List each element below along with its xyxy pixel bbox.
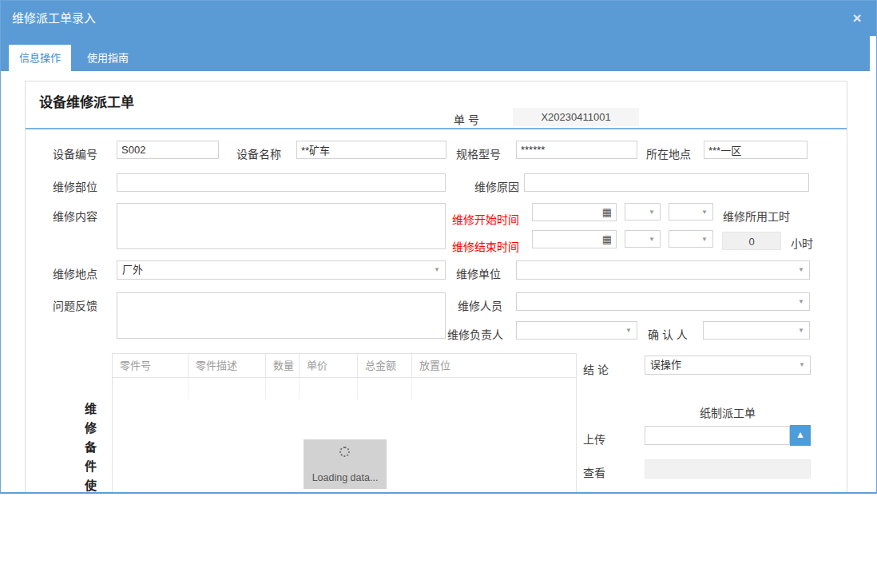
repair-unit-label: 维修单位 [456, 265, 501, 281]
repair-place-label: 维修地点 [53, 265, 97, 281]
work-hours-value: 0 [722, 232, 781, 250]
repair-reason-label: 维修原因 [474, 178, 519, 194]
col-unit-price: 单价 [300, 354, 358, 377]
calendar-icon: ▦ [602, 206, 612, 218]
feedback-textarea[interactable] [117, 292, 446, 339]
upload-button[interactable]: ▲ [790, 425, 811, 446]
form-panel: 设备维修派工单 单 号 X20230411001 设备编号 设备名称 规格型号 … [25, 81, 847, 494]
chevron-down-icon: ▼ [701, 209, 708, 216]
tab-strip: 信息操作 使用指南 [1, 36, 870, 71]
parts-table-header: 零件号 零件描述 数量 单价 总金额 放置位 [113, 354, 576, 378]
calendar-icon: ▦ [602, 233, 612, 245]
repair-part-input[interactable] [117, 173, 446, 192]
repair-manager-combo[interactable]: ▼ [516, 321, 637, 340]
loading-indicator: Loading data... [304, 439, 387, 489]
chevron-down-icon: ▼ [701, 236, 708, 243]
tab-user-guide[interactable]: 使用指南 [77, 45, 139, 71]
col-qty: 数量 [266, 354, 300, 377]
repair-unit-combo[interactable]: ▼ [516, 260, 810, 280]
end-time-label: 维修结束时间 [452, 238, 519, 254]
conclusion-label: 结 论 [583, 361, 609, 377]
end-minute-combo[interactable]: ▼ [669, 230, 713, 248]
start-date-input[interactable]: ▦ [532, 203, 617, 221]
parts-section-label: 维修备件使 [81, 403, 98, 494]
col-total: 总金额 [358, 354, 412, 377]
col-part-desc: 零件描述 [188, 354, 266, 377]
col-placement: 放置位 [412, 354, 576, 377]
chevron-down-icon: ▼ [625, 328, 632, 334]
order-no-label: 单 号 [454, 111, 479, 127]
location-label: 所在地点 [646, 145, 691, 161]
feedback-label: 问题反馈 [53, 297, 97, 313]
upload-icon: ▲ [796, 429, 805, 440]
repair-manager-label: 维修负责人 [447, 326, 503, 342]
chevron-down-icon: ▼ [798, 299, 804, 305]
blue-separator [26, 128, 847, 129]
device-name-input[interactable] [296, 141, 446, 159]
view-label: 查看 [583, 464, 605, 480]
end-hour-combo[interactable]: ▼ [625, 230, 661, 248]
chevron-down-icon: ▼ [799, 362, 805, 368]
work-hours-unit: 小时 [791, 235, 813, 251]
chevron-down-icon: ▼ [649, 209, 655, 216]
start-hour-combo[interactable]: ▼ [625, 203, 661, 220]
close-icon[interactable]: × [847, 9, 867, 28]
view-field [645, 459, 811, 479]
device-code-label: 设备编号 [53, 145, 97, 161]
start-time-label: 维修开始时间 [452, 211, 519, 227]
chevron-down-icon: ▼ [434, 267, 440, 273]
repair-part-label: 维修部位 [53, 178, 97, 194]
repair-content-textarea[interactable] [117, 203, 446, 249]
table-empty-row [113, 378, 576, 399]
spec-model-input[interactable] [516, 141, 637, 159]
device-code-input[interactable] [117, 141, 219, 159]
loading-text: Loading data... [304, 472, 387, 483]
conclusion-combo[interactable]: 误操作 ▼ [645, 356, 811, 375]
repair-person-label: 维修人员 [458, 297, 502, 313]
repair-workorder-dialog: 维修派工单录入 × 信息操作 使用指南 设备维修派工单 单 号 X2023041… [0, 0, 877, 494]
paper-order-label: 纸制派工单 [645, 404, 811, 420]
chevron-down-icon: ▼ [798, 267, 804, 273]
dialog-title: 维修派工单录入 [12, 1, 96, 36]
upload-label: 上传 [583, 431, 605, 447]
chevron-down-icon: ▼ [798, 328, 804, 334]
tab-info-operation[interactable]: 信息操作 [9, 45, 71, 71]
repair-reason-input[interactable] [524, 173, 809, 192]
end-date-input[interactable]: ▦ [532, 230, 617, 248]
repair-person-combo[interactable]: ▼ [516, 292, 810, 311]
repair-place-value: 厂外 [122, 261, 143, 279]
dialog-titlebar: 维修派工单录入 × [1, 1, 876, 36]
device-name-label: 设备名称 [236, 145, 281, 161]
form-title: 设备维修派工单 [39, 91, 134, 111]
confirmer-combo[interactable]: ▼ [703, 321, 810, 340]
repair-content-label: 维修内容 [53, 208, 97, 224]
location-input[interactable] [704, 141, 808, 159]
confirmer-label: 确 认 人 [648, 326, 688, 342]
chevron-down-icon: ▼ [649, 236, 655, 243]
upload-input[interactable] [645, 426, 790, 445]
col-part-no: 零件号 [113, 354, 188, 377]
order-no-value: X20230411001 [513, 108, 639, 126]
spinner-icon [339, 447, 350, 457]
repair-place-combo[interactable]: 厂外 ▼ [117, 260, 446, 280]
spec-model-label: 规格型号 [456, 145, 501, 161]
dialog-body: 设备维修派工单 单 号 X20230411001 设备编号 设备名称 规格型号 … [1, 71, 876, 494]
work-hours-label: 维修所用工时 [723, 208, 790, 224]
conclusion-value: 误操作 [650, 356, 681, 374]
start-minute-combo[interactable]: ▼ [669, 203, 713, 220]
